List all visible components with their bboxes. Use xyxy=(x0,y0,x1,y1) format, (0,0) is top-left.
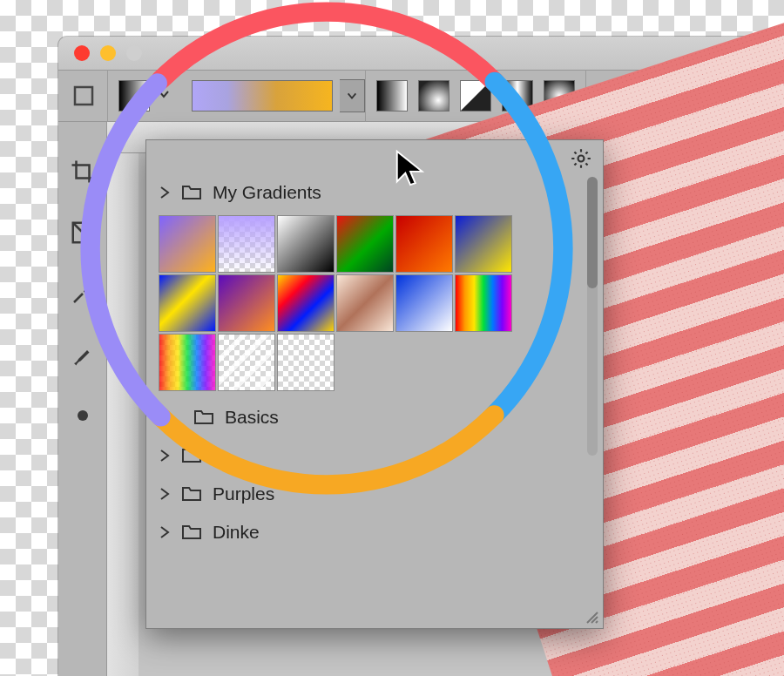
svg-point-2 xyxy=(578,156,585,162)
tool-icon xyxy=(71,83,97,109)
window-close-button[interactable] xyxy=(74,45,90,61)
tool-strip xyxy=(58,122,107,676)
gradient-picker-panel: My Gradients Basics B xyxy=(145,139,604,629)
gradient-type-radial[interactable] xyxy=(418,80,449,112)
swatch-grid xyxy=(146,212,533,398)
chevron-right-icon xyxy=(159,186,171,199)
folder-label: Dinke xyxy=(213,522,260,543)
folder-label: Basics xyxy=(225,407,279,428)
gradient-swatch[interactable] xyxy=(455,215,512,273)
gradient-swatch[interactable] xyxy=(395,215,453,273)
window-minimize-button[interactable] xyxy=(100,45,116,61)
gradient-swatch[interactable] xyxy=(159,215,216,273)
brush-tool-icon[interactable] xyxy=(68,340,98,369)
tool-preset-cell[interactable] xyxy=(60,83,107,109)
frame-tool-icon[interactable] xyxy=(68,218,98,247)
window-zoom-button[interactable] xyxy=(126,45,142,61)
chevron-down-icon xyxy=(157,86,171,105)
gradient-swatch[interactable] xyxy=(218,334,275,391)
scrollbar[interactable] xyxy=(587,177,598,456)
gradient-swatch[interactable] xyxy=(218,274,275,332)
dot-tool-icon[interactable] xyxy=(68,401,98,430)
eyedropper-tool-icon[interactable] xyxy=(68,279,98,308)
page: Mode 7 My Gradien xyxy=(0,0,784,676)
folder-row-pinks[interactable]: Dinke xyxy=(146,513,603,551)
gradient-swatch[interactable] xyxy=(277,334,335,391)
crop-tool-icon[interactable] xyxy=(68,157,98,186)
folder-row-blues[interactable]: B xyxy=(146,436,603,475)
gradient-type-angle[interactable] xyxy=(460,80,491,112)
chevron-down-icon xyxy=(346,90,358,102)
chevron-right-icon xyxy=(159,526,171,538)
scrollbar-thumb[interactable] xyxy=(587,177,598,288)
gear-icon[interactable] xyxy=(570,147,592,170)
folder-label: B xyxy=(213,445,225,466)
gradient-dropdown-button[interactable] xyxy=(340,79,365,112)
folder-icon xyxy=(181,524,202,541)
picker-header xyxy=(146,140,603,173)
gradient-swatch[interactable] xyxy=(336,215,394,273)
gradient-swatch[interactable] xyxy=(159,334,216,391)
folder-row-basics[interactable]: Basics xyxy=(146,398,603,436)
folder-row-my-gradients[interactable]: My Gradients xyxy=(146,173,603,212)
gradient-swatch[interactable] xyxy=(395,274,453,332)
current-gradient-swatch[interactable] xyxy=(192,80,333,112)
gradient-swatch[interactable] xyxy=(455,274,512,332)
gradient-swatch[interactable] xyxy=(277,215,335,273)
chevron-right-icon xyxy=(159,488,171,500)
gradient-type-linear[interactable] xyxy=(376,80,408,112)
gradient-swatch-cell[interactable] xyxy=(181,79,365,112)
folder-label: Purples xyxy=(213,483,274,504)
folder-row-purples[interactable]: Purples xyxy=(146,475,603,513)
solid-swatch[interactable] xyxy=(118,80,150,112)
solid-swatch-cell[interactable] xyxy=(108,80,181,112)
gradient-swatch[interactable] xyxy=(159,274,216,332)
gradient-swatch[interactable] xyxy=(336,274,394,332)
chevron-right-icon xyxy=(159,450,171,462)
folder-icon xyxy=(193,409,214,426)
resize-grip-icon[interactable] xyxy=(584,609,599,625)
folder-label: My Gradients xyxy=(213,182,321,203)
gradient-swatch[interactable] xyxy=(218,215,275,273)
folder-icon xyxy=(181,485,202,503)
folder-icon xyxy=(181,447,202,464)
gradient-swatch[interactable] xyxy=(277,274,335,332)
folder-icon xyxy=(181,184,202,201)
svg-point-1 xyxy=(78,410,88,421)
ruler-vertical xyxy=(107,153,139,676)
